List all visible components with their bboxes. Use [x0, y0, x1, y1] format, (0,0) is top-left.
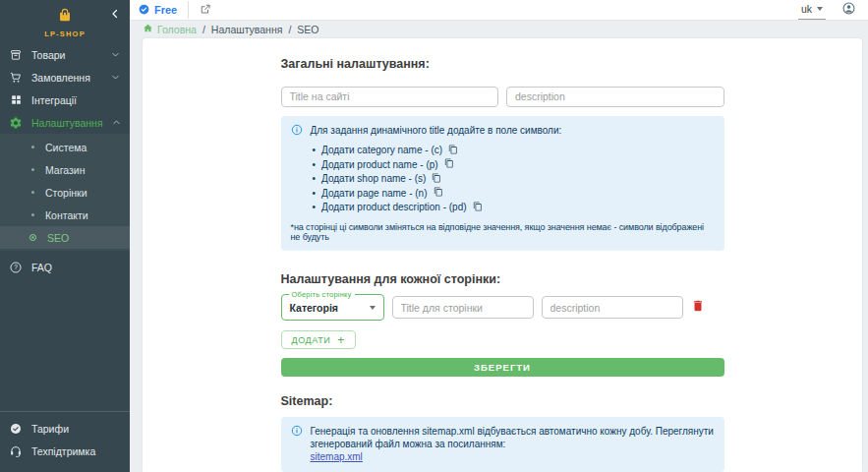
- info-icon: [291, 425, 303, 440]
- plan-badge-label: Free: [154, 4, 177, 16]
- language-select-value: uk: [801, 3, 812, 15]
- list-item: • Додати category name - (c): [313, 144, 715, 158]
- svg-text:?: ?: [14, 264, 18, 270]
- sidebar-item-support[interactable]: Техпідтримка: [0, 440, 130, 462]
- sitemap-heading: Sitemap:: [281, 394, 724, 408]
- delete-row-button[interactable]: [691, 299, 705, 317]
- copy-page-symbol-button[interactable]: [434, 187, 443, 199]
- chevron-down-icon: [370, 306, 376, 310]
- sidebar-item-products[interactable]: Товари: [0, 43, 130, 66]
- general-settings-heading: Загальні налаштування:: [281, 57, 724, 71]
- breadcrumb-home-link[interactable]: Головна: [143, 23, 197, 35]
- apps-grid-icon: [9, 93, 23, 107]
- copy-product-description-symbol-button[interactable]: [473, 202, 483, 213]
- gear-icon: [9, 116, 23, 130]
- sidebar-item-shop[interactable]: Магазин: [0, 158, 130, 181]
- list-item: • Додати product name - (p): [313, 157, 715, 172]
- verified-check-icon: [138, 3, 150, 18]
- open-site-button[interactable]: [200, 1, 211, 19]
- save-button[interactable]: ЗБЕРЕГТИ: [281, 358, 724, 377]
- chevron-up-icon: [112, 118, 121, 127]
- sidebar-item-label: Налаштування: [31, 117, 103, 129]
- sidebar-item-label: SEO: [47, 232, 69, 244]
- copy-icon: [444, 158, 454, 170]
- sidebar-item-tariffs[interactable]: Тарифи: [0, 417, 130, 440]
- page-description-input[interactable]: [542, 296, 683, 319]
- copy-shop-symbol-button[interactable]: [432, 173, 441, 185]
- copy-product-symbol-button[interactable]: [444, 158, 454, 170]
- bullet-dot-icon: [31, 146, 34, 148]
- sidebar-item-orders[interactable]: Замовлення: [0, 66, 130, 88]
- sidebar-item-label: Тарифи: [31, 423, 120, 435]
- chevron-down-icon: [111, 73, 120, 82]
- bullet-icon: •: [313, 159, 317, 170]
- topbar-divider: [188, 1, 189, 19]
- copy-category-symbol-button[interactable]: [448, 145, 458, 156]
- top-header-bar: Free uk: [130, 0, 868, 21]
- list-item: • Додати product description - (pd): [313, 201, 715, 215]
- sidebar-item-label: FAQ: [31, 262, 120, 273]
- sidebar-item-faq[interactable]: ? FAQ: [0, 256, 130, 278]
- plan-badge[interactable]: Free: [138, 3, 177, 18]
- sidebar-item-settings[interactable]: Налаштування: [0, 111, 130, 134]
- add-page-settings-button[interactable]: ДОДАТИ +: [281, 330, 356, 349]
- sidebar: LP-SHOP Товари Замовлення: [0, 0, 130, 472]
- dynamic-title-hint-box: Для задання динамічного title додайте в …: [281, 116, 724, 252]
- sidebar-item-label: Інтеграції: [31, 94, 120, 106]
- sidebar-item-label: Замовлення: [31, 72, 102, 84]
- language-select[interactable]: uk: [798, 1, 826, 20]
- seo-settings-card: Загальні налаштування: Для задання динам…: [143, 38, 862, 472]
- question-circle-icon: ?: [9, 261, 23, 274]
- sidebar-item-label: Контакти: [45, 209, 88, 221]
- sidebar-item-contacts[interactable]: Контакти: [0, 204, 130, 226]
- breadcrumb-current: SEO: [297, 24, 318, 35]
- home-icon: [143, 23, 153, 35]
- hint-intro-row: Для задання динамічного title додайте в …: [291, 124, 715, 139]
- active-radio-dot-icon: [29, 234, 36, 241]
- symbol-text: Додати page name - (n): [321, 188, 428, 199]
- bullet-dot-icon: [31, 191, 34, 194]
- sidebar-item-system[interactable]: Система: [0, 136, 130, 158]
- sidebar-header: LP-SHOP: [0, 0, 130, 43]
- seo-settings-content: Загальні налаштування: Для задання динам…: [281, 38, 724, 472]
- sitemap-info-text-wrap: Генерація та оновлення sitemap.xml відбу…: [311, 425, 715, 463]
- hint-footnote: *на сторінці ці символи зміняться на від…: [291, 222, 715, 242]
- sidebar-collapse-button[interactable]: [109, 6, 121, 18]
- breadcrumb-home-label: Головна: [157, 24, 197, 35]
- copy-icon: [432, 173, 441, 185]
- shop-bag-logo-icon: [56, 7, 74, 28]
- logo-text: LP-SHOP: [44, 30, 86, 38]
- sitemap-info-text: Генерація та оновлення sitemap.xml відбу…: [311, 426, 714, 449]
- sidebar-item-seo[interactable]: SEO: [0, 226, 130, 249]
- shopping-cart-icon: [9, 71, 23, 85]
- sidebar-item-integrations[interactable]: Інтеграції: [0, 88, 130, 111]
- chevron-down-icon: [817, 7, 823, 11]
- page-select-value: Категорія: [290, 302, 338, 314]
- per-page-settings-heading: Налаштування для кожної сторінки:: [281, 272, 724, 286]
- breadcrumb: Головна / Налаштування / SEO: [130, 21, 868, 37]
- breadcrumb-separator: /: [288, 24, 291, 35]
- sidebar-item-pages[interactable]: Сторінки: [0, 181, 130, 204]
- info-icon: [291, 124, 303, 139]
- sidebar-bottom-section: Тарифи Техпідтримка: [0, 411, 130, 472]
- plus-icon: +: [337, 335, 345, 345]
- site-description-input[interactable]: [506, 87, 724, 107]
- account-button[interactable]: [841, 1, 856, 20]
- bullet-icon: •: [313, 202, 317, 212]
- bullet-dot-icon: [31, 213, 34, 216]
- hint-intro-text: Для задання динамічного title додайте в …: [311, 124, 562, 137]
- page-title-input[interactable]: [392, 296, 534, 319]
- sitemap-link[interactable]: sitemap.xml: [311, 451, 363, 462]
- headset-icon: [9, 444, 23, 458]
- page-select[interactable]: Оберіть сторінку Категорія: [281, 294, 384, 321]
- symbol-text: Додати shop name - (s): [321, 173, 426, 184]
- bullet-dot-icon: [31, 168, 34, 171]
- symbol-text: Додати product description - (pd): [321, 202, 467, 212]
- site-title-input[interactable]: [281, 87, 499, 107]
- chevron-down-icon: [111, 50, 120, 59]
- copy-icon: [434, 187, 443, 199]
- copy-icon: [473, 202, 483, 213]
- general-fields-row: [281, 87, 724, 107]
- per-page-row: Оберіть сторінку Категорія: [281, 294, 724, 321]
- settings-submenu: Система Магазин Сторінки Контакти SEO: [0, 134, 130, 251]
